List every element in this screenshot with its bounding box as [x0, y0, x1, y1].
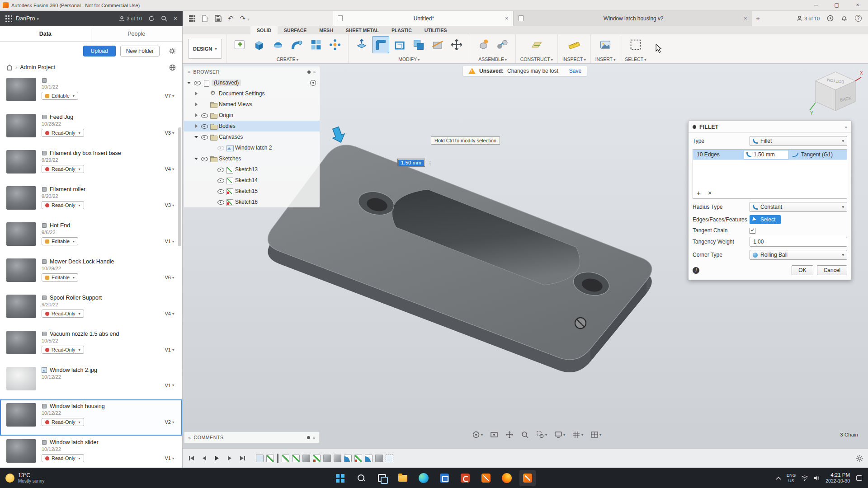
- version-dropdown[interactable]: V1: [165, 347, 174, 352]
- browser-item-label[interactable]: (Unsaved): [212, 80, 241, 86]
- timeline-feature-icon[interactable]: [266, 455, 274, 462]
- sweep-icon[interactable]: [288, 36, 306, 53]
- browser-item-label[interactable]: Sketch14: [235, 177, 258, 183]
- app-grid-icon[interactable]: [5, 15, 12, 22]
- access-dropdown[interactable]: Editable: [42, 273, 78, 282]
- maximize-button[interactable]: ▢: [826, 0, 847, 11]
- assemble-group-label[interactable]: ASSEMBLE: [478, 56, 507, 62]
- help-icon[interactable]: [855, 15, 862, 22]
- browser-row[interactable]: Canvases: [184, 131, 320, 142]
- browser-row[interactable]: Window latch 2: [184, 142, 320, 153]
- search-icon[interactable]: [161, 15, 167, 22]
- dialog-expand-icon[interactable]: [844, 124, 847, 130]
- new-folder-button[interactable]: New Folder: [120, 46, 160, 56]
- panel-expand-icon[interactable]: [313, 70, 316, 75]
- file-menu-icon[interactable]: [202, 15, 208, 22]
- fusion-app-icon[interactable]: [478, 470, 494, 486]
- browser-row[interactable]: Bodies: [184, 121, 320, 131]
- undo-icon[interactable]: ↶: [228, 15, 234, 22]
- radius-cell[interactable]: 1.50 mm: [744, 150, 789, 160]
- tab-close-icon[interactable]: ×: [744, 15, 747, 22]
- version-dropdown[interactable]: V1: [165, 239, 174, 244]
- timeline-feature-icon[interactable]: [277, 454, 278, 463]
- team-dropdown[interactable]: DanPro: [16, 15, 39, 22]
- job-status-right[interactable]: 3 of 10: [797, 15, 820, 21]
- data-panel-scrollbar[interactable]: [178, 127, 181, 246]
- project-item[interactable]: Filament roller 9/20/22 Read-Only V3: [0, 183, 182, 219]
- timeline-feature-icon[interactable]: [302, 455, 310, 462]
- notification-center-icon[interactable]: [855, 474, 863, 482]
- workspace-dropdown[interactable]: DESIGN: [188, 39, 222, 59]
- panel-expand-icon[interactable]: [313, 435, 316, 440]
- create-group-label[interactable]: CREATE: [277, 56, 298, 62]
- access-dropdown[interactable]: Read-Only: [42, 129, 84, 137]
- joint-icon[interactable]: [494, 36, 511, 53]
- timeline-feature-icon[interactable]: [323, 455, 331, 462]
- visibility-eye-icon[interactable]: [201, 134, 208, 140]
- access-dropdown[interactable]: Read-Only: [42, 418, 84, 426]
- project-item[interactable]: Spool Roller Support 9/20/22 Read-Only V…: [0, 291, 182, 327]
- access-dropdown[interactable]: Read-Only: [42, 310, 84, 318]
- visibility-eye-icon[interactable]: [217, 188, 225, 194]
- panel-dot-icon[interactable]: [307, 70, 311, 74]
- fillet-icon[interactable]: [372, 36, 389, 53]
- fillet-drag-arrow[interactable]: [330, 126, 347, 145]
- select-edges-button[interactable]: Select: [750, 215, 781, 224]
- timeline-feature-icon[interactable]: [256, 455, 264, 462]
- browser-row[interactable]: Named Views: [184, 99, 320, 110]
- show-data-panel-icon[interactable]: [189, 15, 195, 22]
- timeline-feature-icon[interactable]: [344, 455, 352, 462]
- continuity-cell[interactable]: Tangent (G1): [789, 151, 847, 158]
- version-dropdown[interactable]: V4: [165, 311, 174, 316]
- browser-row[interactable]: Origin: [184, 110, 320, 121]
- measure-icon[interactable]: [566, 36, 583, 53]
- viewports-icon[interactable]: ▾: [590, 431, 601, 439]
- job-status[interactable]: 3 of 10: [119, 16, 142, 22]
- view-cube[interactable]: Y X BOTTOM BACK: [807, 68, 864, 119]
- dialog-handle-icon[interactable]: [693, 125, 696, 129]
- new-component-icon[interactable]: [475, 36, 492, 53]
- data-panel-close-icon[interactable]: ×: [174, 15, 177, 22]
- project-item[interactable]: Hot End 9/6/22 Editable V1: [0, 219, 182, 255]
- timeline-skip-end-button[interactable]: [238, 454, 247, 463]
- version-dropdown[interactable]: V1: [165, 455, 174, 461]
- panel-dot-icon[interactable]: [307, 436, 310, 439]
- shell-icon[interactable]: [391, 36, 408, 53]
- timeline-feature-icon[interactable]: [386, 455, 393, 462]
- corner-type-dropdown[interactable]: Rolling Ball: [750, 250, 847, 260]
- timeline-feature-icon[interactable]: [354, 455, 362, 462]
- ribbon-tab[interactable]: SHEET METAL: [340, 26, 385, 34]
- edge-count-cell[interactable]: 10 Edges: [693, 151, 744, 158]
- timeline-play-button[interactable]: [212, 454, 222, 463]
- visibility-eye-icon[interactable]: [217, 145, 225, 151]
- ribbon-tab[interactable]: PLASTIC: [385, 26, 418, 34]
- extrude-icon[interactable]: [250, 36, 268, 53]
- clock-widget[interactable]: 4:21 PM 2022-10-30: [826, 472, 850, 484]
- add-edge-set-button[interactable]: [697, 189, 701, 197]
- upload-button[interactable]: Upload: [83, 46, 116, 56]
- taskbar-search-icon[interactable]: [353, 470, 369, 486]
- tab-people[interactable]: People: [91, 26, 183, 41]
- expand-arrow-icon[interactable]: [194, 156, 199, 161]
- browser-row[interactable]: (Unsaved): [184, 77, 320, 88]
- comments-header[interactable]: COMMENTS: [184, 432, 319, 443]
- project-name[interactable]: Admin Project: [20, 64, 55, 70]
- create-sketch-icon[interactable]: [231, 36, 249, 53]
- bell-icon[interactable]: [841, 15, 848, 22]
- version-dropdown[interactable]: V4: [165, 166, 174, 172]
- visibility-eye-icon[interactable]: [217, 199, 225, 205]
- construct-group-label[interactable]: CONSTRUCT: [520, 56, 553, 62]
- plate-body[interactable]: [268, 145, 651, 372]
- version-dropdown[interactable]: V1: [165, 383, 174, 388]
- tray-chevron-icon[interactable]: [776, 476, 781, 480]
- timeline-feature-icon[interactable]: [334, 455, 341, 462]
- redo-icon[interactable]: ↷: [240, 15, 250, 22]
- ribbon-tab[interactable]: UTILITIES: [418, 26, 453, 34]
- new-tab-button[interactable]: +: [752, 11, 764, 26]
- press-pull-icon[interactable]: [353, 36, 370, 53]
- edge-icon[interactable]: [415, 470, 432, 486]
- expand-arrow-icon[interactable]: [194, 102, 199, 107]
- combine-icon[interactable]: [410, 36, 427, 53]
- browser-item-label[interactable]: Document Settings: [219, 90, 264, 97]
- edge-set-row[interactable]: 10 Edges 1.50 mm Tangent (G1): [693, 150, 847, 160]
